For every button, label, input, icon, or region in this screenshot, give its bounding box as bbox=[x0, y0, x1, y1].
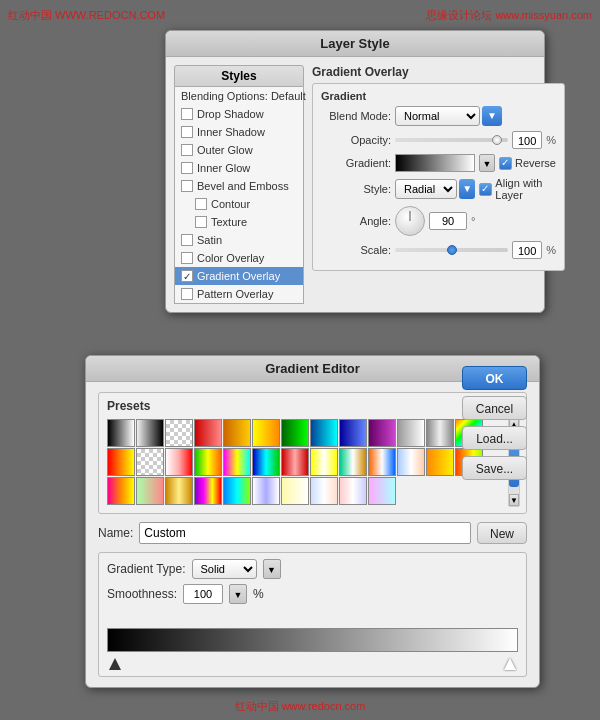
gradient-overlay-section-label: Gradient Overlay bbox=[312, 65, 565, 79]
preset-r3-12[interactable] bbox=[368, 477, 396, 505]
inner-glow-checkbox[interactable] bbox=[181, 162, 193, 174]
preset-r3-9[interactable] bbox=[281, 477, 309, 505]
outer-glow-item[interactable]: Outer Glow bbox=[175, 141, 303, 159]
preset-r2-7[interactable] bbox=[252, 448, 280, 476]
preset-r3-5[interactable] bbox=[165, 477, 193, 505]
preset-orange[interactable] bbox=[223, 419, 251, 447]
align-checkbox[interactable] bbox=[479, 183, 492, 196]
align-text: Align with Layer bbox=[495, 177, 556, 201]
scroll-down-arrow[interactable]: ▼ bbox=[509, 494, 519, 506]
satin-checkbox[interactable] bbox=[181, 234, 193, 246]
gradient-preview[interactable] bbox=[395, 154, 475, 172]
reverse-checkbox[interactable] bbox=[499, 157, 512, 170]
preset-r2-12[interactable] bbox=[397, 448, 425, 476]
style-arrow[interactable]: ▼ bbox=[459, 179, 475, 199]
angle-input[interactable] bbox=[429, 212, 467, 230]
preset-r2-10[interactable] bbox=[339, 448, 367, 476]
preset-tr-bk[interactable] bbox=[136, 419, 164, 447]
inner-shadow-label: Inner Shadow bbox=[197, 126, 265, 138]
drop-shadow-item[interactable]: Drop Shadow bbox=[175, 105, 303, 123]
preset-tr-wh[interactable] bbox=[165, 419, 193, 447]
preset-r2-5[interactable] bbox=[194, 448, 222, 476]
gradient-arrow-btn[interactable]: ▼ bbox=[479, 154, 495, 172]
save-button[interactable]: Save... bbox=[462, 456, 527, 480]
scale-slider[interactable] bbox=[395, 248, 508, 252]
color-overlay-item[interactable]: Color Overlay bbox=[175, 249, 303, 267]
preset-r3-8[interactable] bbox=[252, 477, 280, 505]
angle-knob[interactable] bbox=[395, 206, 425, 236]
bevel-emboss-item[interactable]: Bevel and Emboss bbox=[175, 177, 303, 195]
texture-label: Texture bbox=[211, 216, 247, 228]
satin-item[interactable]: Satin bbox=[175, 231, 303, 249]
bevel-emboss-checkbox[interactable] bbox=[181, 180, 193, 192]
gradient-overlay-item[interactable]: Gradient Overlay bbox=[175, 267, 303, 285]
cancel-button[interactable]: Cancel bbox=[462, 396, 527, 420]
blend-mode-row: Blend Mode: Normal Multiply Screen ▼ bbox=[321, 106, 556, 126]
preset-r2-2[interactable] bbox=[107, 448, 135, 476]
preset-red[interactable] bbox=[194, 419, 222, 447]
new-button[interactable]: New bbox=[477, 522, 527, 544]
preset-r3-6[interactable] bbox=[194, 477, 222, 505]
gradient-overlay-label: Gradient Overlay bbox=[197, 270, 280, 282]
style-select[interactable]: Radial Linear bbox=[395, 179, 457, 199]
contour-item[interactable]: Contour bbox=[175, 195, 303, 213]
inner-shadow-checkbox[interactable] bbox=[181, 126, 193, 138]
preset-blue[interactable] bbox=[339, 419, 367, 447]
gradient-overlay-checkbox[interactable] bbox=[181, 270, 193, 282]
preset-metal[interactable] bbox=[426, 419, 454, 447]
styles-header: Styles bbox=[174, 65, 304, 87]
preset-r2-4[interactable] bbox=[165, 448, 193, 476]
texture-item[interactable]: Texture bbox=[175, 213, 303, 231]
inner-shadow-item[interactable]: Inner Shadow bbox=[175, 123, 303, 141]
gradient-bar[interactable] bbox=[107, 628, 518, 652]
left-stop-marker[interactable] bbox=[109, 658, 121, 670]
bevel-emboss-label: Bevel and Emboss bbox=[197, 180, 289, 192]
preset-r2-11[interactable] bbox=[368, 448, 396, 476]
gradient-bar-area bbox=[107, 612, 518, 670]
gradient-row: Gradient: ▼ Reverse bbox=[321, 154, 556, 172]
ok-button[interactable]: OK bbox=[462, 366, 527, 390]
name-input[interactable] bbox=[139, 522, 471, 544]
preset-r2-6[interactable] bbox=[223, 448, 251, 476]
color-overlay-checkbox[interactable] bbox=[181, 252, 193, 264]
preset-checker[interactable] bbox=[397, 419, 425, 447]
smoothness-dropdown[interactable]: ▼ bbox=[229, 584, 247, 604]
right-stop-marker[interactable] bbox=[504, 658, 516, 670]
drop-shadow-checkbox[interactable] bbox=[181, 108, 193, 120]
type-row: Gradient Type: Solid Noise ▼ bbox=[107, 559, 518, 579]
preset-r3-1[interactable] bbox=[426, 448, 454, 476]
name-label: Name: bbox=[98, 526, 133, 540]
preset-r3-10[interactable] bbox=[310, 477, 338, 505]
smoothness-input[interactable] bbox=[183, 584, 223, 604]
blend-mode-arrow[interactable]: ▼ bbox=[482, 106, 502, 126]
preset-bw[interactable] bbox=[107, 419, 135, 447]
preset-r3-11[interactable] bbox=[339, 477, 367, 505]
texture-checkbox[interactable] bbox=[195, 216, 207, 228]
pattern-overlay-checkbox[interactable] bbox=[181, 288, 193, 300]
pattern-overlay-item[interactable]: Pattern Overlay bbox=[175, 285, 303, 303]
type-select-arrow[interactable]: ▼ bbox=[263, 559, 281, 579]
contour-checkbox[interactable] bbox=[195, 198, 207, 210]
preset-cyan[interactable] bbox=[310, 419, 338, 447]
blending-options-item[interactable]: Blending Options: Default bbox=[175, 87, 303, 105]
type-label: Gradient Type: bbox=[107, 562, 186, 576]
outer-glow-checkbox[interactable] bbox=[181, 144, 193, 156]
preset-r2-9[interactable] bbox=[310, 448, 338, 476]
preset-r2-3[interactable] bbox=[136, 448, 164, 476]
blend-mode-select[interactable]: Normal Multiply Screen bbox=[395, 106, 480, 126]
preset-r3-7[interactable] bbox=[223, 477, 251, 505]
preset-green[interactable] bbox=[281, 419, 309, 447]
preset-r3-3[interactable] bbox=[107, 477, 135, 505]
opacity-slider[interactable] bbox=[395, 138, 508, 142]
angle-row: Angle: ° bbox=[321, 206, 556, 236]
preset-r3-4[interactable] bbox=[136, 477, 164, 505]
scale-slider-thumb[interactable] bbox=[447, 245, 457, 255]
type-select[interactable]: Solid Noise bbox=[192, 559, 257, 579]
preset-r2-8[interactable] bbox=[281, 448, 309, 476]
load-button[interactable]: Load... bbox=[462, 426, 527, 450]
preset-purple[interactable] bbox=[368, 419, 396, 447]
opacity-label: Opacity: bbox=[321, 134, 391, 146]
opacity-slider-thumb[interactable] bbox=[492, 135, 502, 145]
preset-yellow[interactable] bbox=[252, 419, 280, 447]
inner-glow-item[interactable]: Inner Glow bbox=[175, 159, 303, 177]
